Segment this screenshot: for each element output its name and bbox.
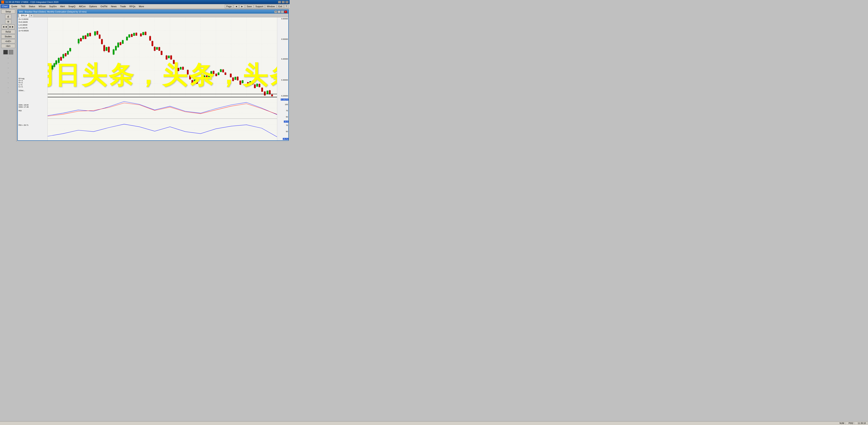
candle-group-2005 xyxy=(50,60,57,73)
rsi-label: RSI xyxy=(19,110,46,112)
nav-dot-8: · xyxy=(8,91,9,95)
price-axis: 0.60000 0.50000 0.40000 0.30000 0.20000 … xyxy=(277,17,288,140)
svg-rect-48 xyxy=(87,33,89,36)
svg-rect-28 xyxy=(58,58,59,63)
svg-rect-178 xyxy=(264,92,266,95)
svg-rect-86 xyxy=(140,34,142,36)
svg-rect-72 xyxy=(120,42,121,45)
candle-group-2016-2017 xyxy=(201,69,226,82)
studies-button[interactable]: Studies xyxy=(1,34,15,38)
svg-rect-88 xyxy=(143,32,144,35)
prev-button[interactable]: ◄ xyxy=(234,4,239,8)
menu-trade[interactable]: Trade xyxy=(118,4,127,8)
sidebar: Setup 🖨 ⚙ ◄◄ ►► ReSd Studies <IntD> <lis… xyxy=(0,9,17,141)
maximize-button[interactable]: □ xyxy=(282,1,285,3)
svg-rect-134 xyxy=(206,76,207,78)
stoch-50: 50 xyxy=(286,116,288,118)
chart-main-area[interactable]: 明日头条，头条，头条 xyxy=(48,17,277,140)
candle-group-2018 xyxy=(230,73,243,85)
chart-restore-button[interactable]: □ xyxy=(281,10,284,13)
svg-rect-106 xyxy=(168,56,169,58)
chart-tab-br6m[interactable]: BR6,M xyxy=(19,14,29,17)
bar-low: L= 0. xyxy=(19,84,46,86)
window-button[interactable]: Window xyxy=(265,4,276,8)
svg-rect-68 xyxy=(115,46,117,50)
menu-more[interactable]: More xyxy=(137,4,146,8)
menu-mscan[interactable]: MScan xyxy=(37,4,47,8)
svg-rect-44 xyxy=(83,36,84,39)
menu-ts[interactable]: T&S xyxy=(19,4,27,8)
last-value: L=0.18175 xyxy=(19,26,46,29)
svg-rect-52 xyxy=(94,32,96,35)
svg-rect-78 xyxy=(128,35,130,37)
svg-rect-158 xyxy=(237,77,238,80)
svg-rect-54 xyxy=(96,31,98,35)
right-controls: Page ◄ ► Save Support Window Exit ? xyxy=(225,4,289,8)
setup-button[interactable]: Setup xyxy=(1,9,15,13)
candle-group-2015 xyxy=(187,69,198,85)
svg-rect-96 xyxy=(154,47,155,51)
svg-rect-132 xyxy=(204,76,205,78)
candlestick-chart xyxy=(48,17,277,97)
list-button[interactable]: <list> xyxy=(1,44,15,48)
menu-news[interactable]: News xyxy=(109,4,118,8)
bar-date: 03 Aug xyxy=(19,77,46,79)
menu-alert[interactable]: Alert xyxy=(59,4,67,8)
svg-rect-100 xyxy=(158,47,160,51)
open-value: O= 0.18150 xyxy=(19,18,46,21)
candle-group-2006 xyxy=(58,47,71,64)
delta-value: Δ=+0.00025 xyxy=(19,29,46,32)
page-button[interactable]: Page xyxy=(225,4,233,8)
right-arrow-icon[interactable]: ►► xyxy=(8,25,14,29)
chart-settings-icon[interactable]: ⚙ xyxy=(274,10,277,13)
nav-dot-3: · xyxy=(8,66,9,70)
rsi-75: 75 xyxy=(286,124,288,126)
menu-allcon[interactable]: AllCon xyxy=(78,4,87,8)
support-button[interactable]: Support xyxy=(254,4,265,8)
svg-rect-56 xyxy=(99,35,100,38)
menu-options[interactable]: Options xyxy=(88,4,99,8)
intd-button[interactable]: <IntD> xyxy=(1,39,15,43)
menubar: Chart Quote T&S Status MScan SupSrv Aler… xyxy=(0,4,289,9)
menu-snapq[interactable]: SnapQ xyxy=(67,4,77,8)
menu-chart[interactable]: Chart xyxy=(0,4,9,8)
high-value: H=0.18435 xyxy=(19,21,46,24)
minimize-button[interactable]: − xyxy=(278,1,281,3)
menu-ordtkt[interactable]: OrdTkt xyxy=(99,4,109,8)
svg-rect-102 xyxy=(161,51,162,55)
svg-rect-26 xyxy=(56,61,57,64)
svg-rect-142 xyxy=(216,74,217,76)
save-button[interactable]: Save xyxy=(245,4,253,8)
svg-rect-98 xyxy=(156,47,158,50)
menu-quote[interactable]: Quote xyxy=(9,4,19,8)
candle-group-2007 xyxy=(78,33,91,45)
nav-dot-1: · xyxy=(8,56,9,60)
menu-status[interactable]: Status xyxy=(27,4,37,8)
menu-rfqs[interactable]: RFQs xyxy=(128,4,137,8)
sstoc-label: SStoc... xyxy=(19,90,46,92)
help-button[interactable]: ? xyxy=(284,4,288,8)
chart-close-button[interactable]: ✕ xyxy=(284,10,287,13)
chart-tab-new[interactable]: × xyxy=(29,14,34,17)
svg-rect-34 xyxy=(65,54,66,56)
rescale-button[interactable]: ReSd xyxy=(1,30,15,34)
exit-button[interactable]: Exit xyxy=(277,4,284,8)
chart-titlebar: BR6 - Brazilian Real (Globex), Monthly C… xyxy=(18,10,288,13)
svg-rect-138 xyxy=(211,71,212,74)
candle-group-2008 xyxy=(94,31,110,53)
bar-close: C= 0. xyxy=(19,86,46,88)
gear-icon[interactable]: ⚙ xyxy=(5,20,11,24)
bar-open: O= 0. xyxy=(19,79,46,81)
stochastic-chart xyxy=(48,98,277,119)
menu-supsrv[interactable]: SupSrv xyxy=(48,4,58,8)
close-button[interactable]: ✕ xyxy=(285,1,288,3)
print-icon[interactable]: 🖨 xyxy=(5,14,11,19)
left-arrow-icon[interactable]: ◄◄ xyxy=(2,25,8,29)
svg-rect-172 xyxy=(256,84,258,87)
svg-rect-110 xyxy=(173,60,175,64)
next-button[interactable]: ► xyxy=(240,4,245,8)
svg-rect-152 xyxy=(230,74,231,77)
chart-minimize-button[interactable]: _ xyxy=(278,10,281,13)
svg-rect-62 xyxy=(106,47,107,51)
svg-rect-168 xyxy=(252,81,253,84)
